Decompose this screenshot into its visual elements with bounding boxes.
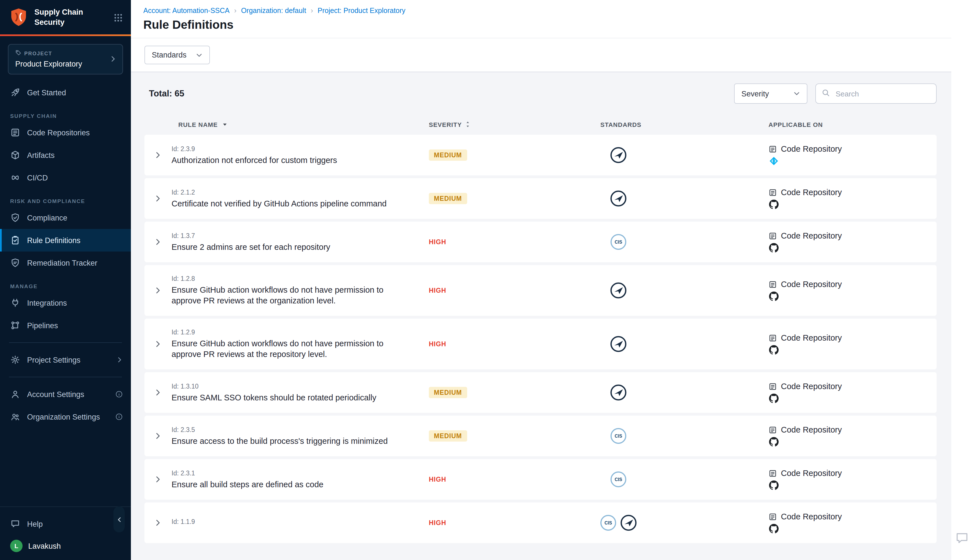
standards-filter-dropdown[interactable]: Standards [144, 46, 210, 64]
sidebar-item-rule-definitions[interactable]: Rule Definitions [0, 229, 131, 252]
standards-cell: CIS [600, 514, 636, 531]
sidebar-item-compliance[interactable]: Compliance [0, 207, 131, 229]
sidebar-item-integrations[interactable]: Integrations [0, 292, 131, 314]
row-expand-chevron-icon[interactable] [154, 151, 162, 159]
code-repository-icon [768, 469, 777, 477]
severity-badge: HIGH [429, 285, 446, 296]
sidebar-item-code-repositories[interactable]: Code Repositories [0, 121, 131, 144]
applicable-on-label: Code Repository [781, 231, 842, 240]
sidebar-item-ci-cd[interactable]: CI/CD [0, 167, 131, 189]
code-repository-icon [768, 145, 777, 153]
gear-icon [10, 355, 20, 365]
table-row[interactable]: Id: 1.3.7 Ensure 2 admins are set for ea… [144, 222, 937, 262]
page-title: Rule Definitions [143, 18, 962, 32]
table-row[interactable]: Id: 2.3.1 Ensure all build steps are def… [144, 459, 937, 500]
organization-icon [10, 412, 20, 422]
rocket-icon [10, 87, 20, 98]
sidebar-item-account-settings[interactable]: Account Settings [0, 383, 131, 405]
row-expand-chevron-icon[interactable] [154, 432, 162, 440]
column-header-applicable-on: APPLICABLE ON [766, 121, 937, 128]
svg-text:CIS: CIS [615, 434, 622, 438]
project-selector[interactable]: PROJECT Product Exploratory [8, 44, 123, 75]
content-area: Total: 65 Severity RULE NAME [131, 72, 975, 560]
table-row[interactable]: Id: 1.2.9 Ensure GitHub action workflows… [144, 318, 937, 369]
table-row[interactable]: Id: 2.3.9 Authorization not enforced for… [144, 135, 937, 175]
code-repository-icon [768, 425, 777, 434]
repo-icon [10, 127, 20, 138]
table-row[interactable]: Id: 1.3.10 Ensure SAML SSO tokens should… [144, 372, 937, 413]
row-expand-chevron-icon[interactable] [154, 388, 162, 397]
scrollbar-gutter[interactable] [951, 0, 975, 560]
rule-name: Ensure GitHub action workflows do not ha… [172, 285, 402, 306]
user-menu[interactable]: L Lavakush [0, 535, 131, 552]
breadcrumb-link[interactable]: Account: Automation-SSCA [143, 7, 230, 14]
owasp-icon [620, 514, 637, 531]
code-repository-icon [768, 188, 777, 197]
info-icon[interactable] [115, 413, 123, 421]
standards-cell: CIS [600, 471, 636, 488]
rules-icon [10, 235, 20, 245]
row-expand-chevron-icon[interactable] [154, 287, 162, 294]
rule-id: Id: 1.3.7 [172, 232, 427, 239]
table-row[interactable]: Id: 2.1.2 Certificate not verified by Gi… [144, 178, 937, 219]
sidebar-item-artifacts[interactable]: Artifacts [0, 144, 131, 167]
applicable-on-label: Code Repository [781, 512, 842, 521]
rule-id: Id: 1.2.9 [172, 328, 427, 336]
page-header: Account: Automation-SSCA›Organization: d… [131, 0, 975, 38]
sidebar-item-project-settings[interactable]: Project Settings [0, 348, 131, 371]
info-icon[interactable] [115, 390, 123, 398]
sidebar-item-pipelines[interactable]: Pipelines [0, 314, 131, 337]
github-icon [769, 393, 937, 403]
breadcrumb-link[interactable]: Project: Product Exploratory [318, 7, 406, 14]
search-input[interactable] [835, 89, 930, 98]
standards-cell [600, 147, 636, 163]
severity-filter-dropdown[interactable]: Severity [734, 83, 807, 104]
table-row[interactable]: Id: 2.3.5 Ensure access to the build pro… [144, 416, 937, 456]
sort-desc-icon[interactable] [222, 121, 228, 127]
chevron-right-icon [109, 55, 117, 63]
standards-cell [600, 384, 636, 401]
row-expand-chevron-icon[interactable] [154, 195, 162, 202]
project-name: Product Exploratory [15, 60, 109, 68]
row-expand-chevron-icon[interactable] [154, 238, 162, 246]
applicable-on-label: Code Repository [781, 425, 842, 434]
rule-id: Id: 1.1.9 [172, 518, 427, 526]
help-chat-button[interactable] [955, 531, 969, 545]
sidebar-item-get-started[interactable]: Get Started [0, 81, 131, 104]
divider [9, 342, 122, 343]
standards-cell [600, 282, 636, 299]
github-icon [769, 200, 937, 209]
rule-id: Id: 2.1.2 [172, 188, 427, 196]
row-expand-chevron-icon[interactable] [154, 475, 162, 483]
sidebar-footer: Help L Lavakush [0, 507, 131, 560]
module-switcher-icon[interactable] [114, 13, 123, 22]
table-row[interactable]: Id: 1.1.9 HIGH CIS Code Repository [144, 502, 937, 543]
sort-both-icon[interactable] [465, 121, 471, 128]
applicable-on-label: Code Repository [781, 382, 842, 391]
search-box[interactable] [815, 83, 937, 104]
code-repository-icon [768, 333, 777, 342]
table-row[interactable]: Id: 1.2.8 Ensure GitHub action workflows… [144, 265, 937, 316]
applicable-on-label: Code Repository [781, 468, 842, 478]
sidebar-collapse-handle[interactable] [114, 507, 125, 532]
cis-icon: CIS [610, 233, 627, 250]
harness-code-icon [769, 156, 937, 166]
sidebar-item-remediation-tracker[interactable]: Remediation Tracker [0, 252, 131, 274]
code-repository-icon [768, 382, 777, 390]
row-expand-chevron-icon[interactable] [154, 340, 162, 348]
standards-cell: CIS [600, 233, 636, 250]
rule-id: Id: 2.3.1 [172, 469, 427, 477]
breadcrumb-link[interactable]: Organization: default [241, 7, 306, 14]
app-root: Supply Chain Security PROJECT Product Ex… [0, 0, 975, 560]
standards-cell: CIS [600, 427, 636, 444]
sidebar-item-help[interactable]: Help [0, 513, 131, 535]
sidebar-item-organization-settings[interactable]: Organization Settings [0, 405, 131, 428]
column-header-standards: STANDARDS [596, 121, 766, 128]
row-expand-chevron-icon[interactable] [154, 519, 162, 527]
chevron-down-icon [793, 90, 800, 97]
applicable-on-label: Code Repository [781, 144, 842, 153]
column-header-rule-name[interactable]: RULE NAME [172, 121, 427, 128]
owasp-icon [610, 335, 627, 352]
column-header-severity[interactable]: SEVERITY [427, 121, 596, 128]
content-topbar: Total: 65 Severity [144, 83, 937, 104]
